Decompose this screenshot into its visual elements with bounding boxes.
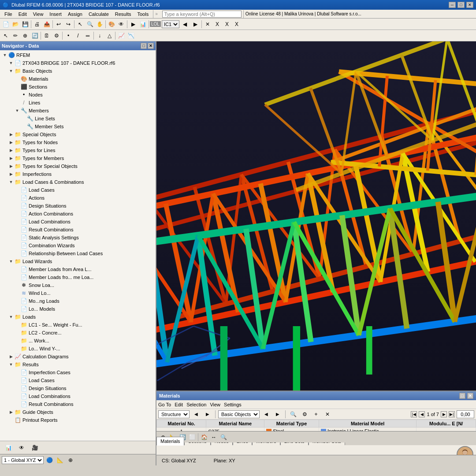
tree-load-cases-combinations[interactable]: ▼ 📁 Load Cases & Combinations	[0, 178, 156, 186]
tree-action-combinations[interactable]: 📄 Action Combinations	[0, 210, 156, 218]
mat-basic-objects-dropdown[interactable]: Basic Objects	[218, 410, 260, 418]
close-button[interactable]: ✕	[466, 2, 473, 8]
mat-menu-goto[interactable]: Go To	[158, 402, 171, 407]
redo-button[interactable]: ↪	[63, 19, 73, 29]
pan-button[interactable]: ✋	[95, 19, 104, 29]
load-btn[interactable]: ↓	[95, 31, 104, 41]
tree-project[interactable]: ▼ 📄 2TX043 BRIDGE 107 - DANCE FLOOR.rf6	[0, 59, 156, 67]
mat-page-next-btn[interactable]: ▶	[441, 411, 447, 417]
diagram-btn[interactable]: 📉	[126, 31, 136, 41]
viewport[interactable]: + - Materials □ ✕ Go To Edit Selection V…	[156, 41, 476, 465]
menu-item-file[interactable]: File	[2, 11, 15, 17]
tree-static-analysis[interactable]: 📄 Static Analysis Settings	[0, 234, 156, 242]
tree-results[interactable]: ▼ 📁 Results	[0, 361, 156, 368]
tree-actions[interactable]: 📄 Actions	[0, 194, 156, 202]
tree-loads[interactable]: ▼ 📁 Loads	[0, 313, 156, 321]
mat-close-btn[interactable]: ✕	[467, 393, 473, 399]
types-special-toggle[interactable]: ▶	[8, 163, 14, 169]
tree-basic-objects[interactable]: ▼ 📁 Basic Objects	[0, 67, 156, 75]
render-button[interactable]: 🎨	[107, 19, 116, 29]
load-case-dropdown[interactable]: IC1	[162, 20, 179, 28]
types-nodes-toggle[interactable]: ▶	[8, 139, 14, 145]
lcc-toggle[interactable]: ▼	[8, 179, 14, 185]
view-tb1[interactable]: 🔵	[45, 455, 54, 465]
results-button[interactable]: 📊	[138, 19, 148, 29]
mat-filter-btn[interactable]: ⚙	[300, 409, 309, 419]
tree-types-lines[interactable]: ▶ 📁 Types for Lines	[0, 146, 156, 154]
mat-bo-prev[interactable]: ◀	[261, 409, 271, 419]
menu-item-results[interactable]: Results	[112, 11, 134, 17]
tree-wind-loads[interactable]: ≋ Wind Lo...	[0, 289, 156, 297]
mat-first-btn[interactable]: |◀	[411, 411, 417, 417]
mat-menu-edit[interactable]: Edit	[175, 402, 183, 407]
tree-imperfections[interactable]: ▶ 📁 Imperfections	[0, 170, 156, 178]
cs-dropdown[interactable]: 1 - Global XYZ	[2, 456, 44, 464]
display-button[interactable]: 👁	[116, 19, 126, 29]
nav-view-btn[interactable]: 👁	[17, 443, 26, 453]
undo-button[interactable]: ↩	[54, 19, 63, 29]
search-input[interactable]	[162, 11, 242, 18]
load-case-selector[interactable]: LOL IC1 ◀ ▶	[150, 19, 201, 29]
new-button[interactable]: 📄	[1, 19, 11, 29]
maximize-button[interactable]: □	[457, 2, 465, 8]
tree-res-result-combinations[interactable]: 📄 Result Combinations	[0, 400, 156, 408]
tree-moving-loads[interactable]: 📄 Mo...ng Loads	[0, 297, 156, 305]
results-toggle[interactable]: ▼	[8, 361, 14, 368]
save-button[interactable]: 💾	[20, 19, 30, 29]
mat-structure-dropdown[interactable]: Structure	[158, 410, 190, 418]
tree-line-sets[interactable]: 🔧 Line Sets	[0, 115, 156, 123]
mat-restore-btn[interactable]: □	[459, 393, 465, 399]
tree-materials[interactable]: 🎨 Materials	[0, 75, 156, 83]
draw-btn[interactable]: ✏	[11, 31, 20, 41]
view3d-btn[interactable]: 🗓	[42, 31, 52, 41]
vp-tb6[interactable]: ↔	[209, 432, 219, 442]
rfem-toggle[interactable]: ▼	[2, 52, 8, 58]
tree-imperfection-cases[interactable]: 📄 Imperfection Cases	[0, 368, 156, 376]
tree-types-nodes[interactable]: ▶ 📁 Types for Nodes	[0, 138, 156, 146]
tree-load-wizards[interactable]: ▼ 📁 Load Wizards	[0, 257, 156, 265]
tree-member-loads-line[interactable]: 📄 Member Loads fro... me Loa...	[0, 273, 156, 281]
vp-tb5[interactable]: 🏠	[199, 432, 209, 442]
tree-lines[interactable]: / Lines	[0, 99, 156, 107]
go-toggle[interactable]: ▶	[8, 409, 14, 415]
tree-design-situations[interactable]: 📄 Design Situations	[0, 202, 156, 210]
tree-load-cases[interactable]: 📄 Load Cases	[0, 186, 156, 194]
tree-nodes[interactable]: • Nodes	[0, 91, 156, 99]
tree-lc2[interactable]: 📁 LC2 - Concre...	[0, 329, 156, 337]
tree-lc-wind[interactable]: 📁 Lo... Wind Y-...	[0, 345, 156, 353]
mat-add-btn[interactable]: +	[311, 409, 321, 419]
tree-combination-wizards[interactable]: 📄 Combination Wizards	[0, 242, 156, 249]
basic-objects-toggle[interactable]: ▼	[8, 68, 14, 74]
next-lc[interactable]: ▶	[191, 19, 201, 29]
tree-printout-reports[interactable]: 📋 Printout Reports	[0, 416, 156, 424]
tree-rfem-root[interactable]: ▼ 🔵 RFEM	[0, 51, 156, 59]
tree-load-combinations[interactable]: 📄 Load Combinations	[0, 218, 156, 226]
print-button[interactable]: 🖨	[32, 19, 42, 29]
types-members-toggle[interactable]: ▶	[8, 155, 14, 161]
tree-relationship[interactable]: 📄 Relationship Between Load Cases	[0, 249, 156, 257]
mat-menu-selection[interactable]: Selection	[186, 402, 206, 407]
member-btn[interactable]: ═	[83, 31, 93, 41]
tree-member-loads-area[interactable]: 📄 Member Loads from Area L...	[0, 265, 156, 273]
menu-item-calculate[interactable]: Calculate	[86, 11, 112, 17]
mat-value-input[interactable]: 0,00	[457, 410, 474, 418]
special-objects-toggle[interactable]: ▶	[8, 131, 14, 138]
tree-types-members[interactable]: ▶ 📁 Types for Members	[0, 154, 156, 162]
mat-page-prev-btn[interactable]: ◀	[419, 411, 425, 417]
zoom-button[interactable]: 🔍	[85, 19, 95, 29]
tree-types-special[interactable]: ▶ 📁 Types for Special Objects	[0, 162, 156, 170]
nav-camera-btn[interactable]: 🎥	[30, 443, 40, 453]
loads-toggle[interactable]: ▼	[8, 314, 14, 320]
mat-delete-btn[interactable]: ✕	[323, 409, 332, 419]
nav-data-btn[interactable]: 📊	[4, 443, 13, 453]
types-lines-toggle[interactable]: ▶	[8, 147, 14, 153]
tree-special-objects[interactable]: ▶ 📁 Special Objects	[0, 130, 156, 138]
xxx2-button[interactable]: X	[222, 19, 232, 29]
tree-lc-work[interactable]: 📁 ... Work...	[0, 337, 156, 345]
line-btn[interactable]: /	[73, 31, 83, 41]
vp-tb4[interactable]: ⬜	[187, 432, 197, 442]
tab-materials[interactable]: Materials	[156, 437, 184, 446]
select-button[interactable]: ↖	[75, 19, 85, 29]
mat-next-btn[interactable]: ▶	[203, 409, 212, 419]
tree-guide-objects[interactable]: ▶ 📁 Guide Objects	[0, 408, 156, 416]
